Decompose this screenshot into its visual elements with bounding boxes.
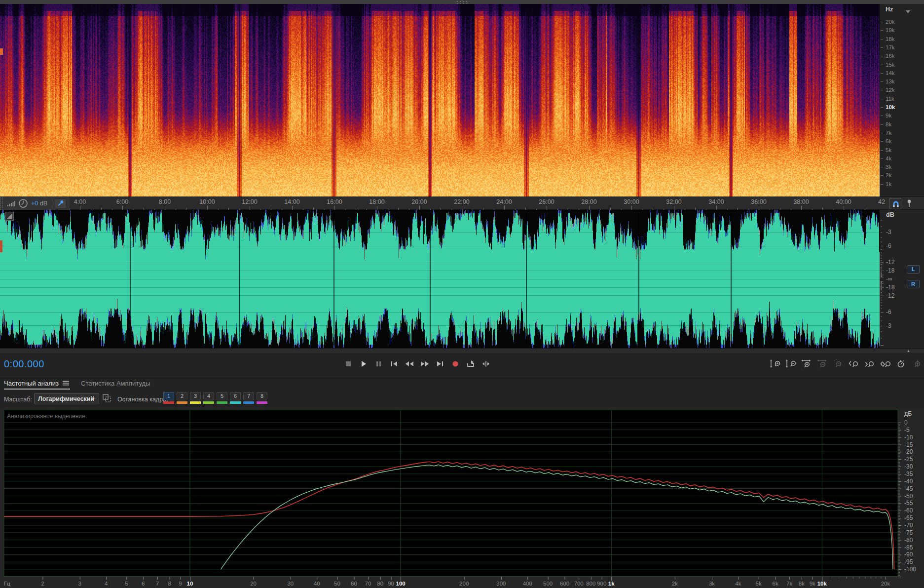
svg-text:6k: 6k	[773, 581, 778, 587]
panel-menu-caret-icon[interactable]	[906, 6, 910, 15]
timeline-label: 30:00	[617, 198, 646, 205]
svg-text:-60: -60	[904, 507, 913, 514]
copy-graph-button[interactable]	[102, 394, 112, 404]
hold-frame-button-3[interactable]: 3	[190, 392, 201, 404]
hz-label: 3k	[886, 164, 891, 170]
svg-text:-3: -3	[886, 322, 891, 329]
frame-color-swatch	[190, 401, 201, 404]
hold-frame-button-8[interactable]: 8	[257, 392, 267, 404]
tab-frequency-analysis[interactable]: Частотный анализ	[4, 376, 70, 390]
playhead-marker[interactable]	[0, 48, 3, 55]
svg-text:-55: -55	[904, 500, 913, 507]
toolbar-grip[interactable]	[0, 197, 3, 210]
zoom-in-selection-end-button[interactable]	[863, 358, 876, 370]
frame-number: 8	[257, 392, 267, 400]
select-all-corner-handle[interactable]	[5, 212, 14, 223]
hz-label: 19k	[886, 27, 895, 33]
svg-text:2k: 2k	[672, 581, 678, 587]
levels-meter-icon[interactable]	[5, 197, 17, 209]
hold-label: Остановка кадра:	[117, 396, 168, 403]
timeline-label: 28:00	[574, 198, 604, 205]
zoom-in-vertical-button[interactable]	[769, 358, 781, 370]
y-axis-title: дБ	[904, 410, 912, 417]
audition-editor-window: Hz 20k19k18k17k16k15k14k13k12k11k10k9k8k…	[0, 0, 924, 588]
hz-tick	[881, 167, 883, 167]
snap-magnet-button[interactable]	[889, 198, 902, 209]
stop-button[interactable]	[342, 358, 355, 370]
zoom-out-horizontal-button[interactable]	[816, 358, 829, 370]
panel-menu-icon[interactable]	[63, 380, 69, 387]
hz-tick	[881, 81, 883, 82]
clock-icon[interactable]	[17, 197, 29, 209]
svg-text:4: 4	[105, 581, 108, 587]
ruler-overlay-toolbar: +0 dB	[0, 197, 70, 210]
tab-amplitude-statistics[interactable]: Статистика Амплитуды	[81, 376, 150, 390]
skip-to-start-button[interactable]	[388, 358, 401, 370]
play-button[interactable]	[357, 358, 370, 370]
pin-playhead-button[interactable]	[55, 198, 67, 209]
svg-text:50: 50	[334, 581, 340, 587]
hold-frame-button-2[interactable]: 2	[177, 392, 187, 404]
hold-frame-button-5[interactable]: 5	[217, 392, 227, 404]
svg-text:-∞: -∞	[886, 275, 892, 282]
timeline-label: 24:00	[489, 198, 519, 205]
zoom-in-selection-start-button[interactable]	[848, 358, 860, 370]
hz-label: 7k	[886, 130, 891, 136]
panel-resize-handle[interactable]	[0, 0, 924, 4]
svg-text:8: 8	[168, 581, 171, 587]
timeline-label: 40:00	[829, 198, 858, 205]
pause-button[interactable]	[372, 358, 385, 370]
channel-badge-l[interactable]: L	[907, 265, 920, 274]
marker-pin-icon[interactable]	[906, 199, 913, 210]
hold-frame-button-6[interactable]: 6	[230, 392, 241, 404]
svg-text:-70: -70	[904, 522, 913, 529]
tab-label: Статистика Амплитуды	[81, 380, 150, 387]
timeline-label: 18:00	[362, 198, 392, 205]
hz-tick	[881, 56, 883, 56]
reset-vertical-zoom-button[interactable]	[911, 358, 924, 370]
timeline-label: 34:00	[702, 198, 731, 205]
scale-select[interactable]: Логарифмический	[34, 393, 99, 404]
hz-tick	[881, 184, 883, 185]
hold-frame-button-4[interactable]: 4	[203, 392, 214, 404]
loop-playback-button[interactable]	[464, 358, 477, 370]
fast-forward-button[interactable]	[418, 358, 431, 370]
hold-frame-button-7[interactable]: 7	[243, 392, 254, 404]
zoom-in-horizontal-button[interactable]	[800, 358, 813, 370]
channel-badge-r[interactable]: R	[907, 280, 920, 288]
svg-text:800: 800	[586, 581, 595, 587]
svg-text:10: 10	[187, 581, 193, 587]
frame-number: 1	[163, 392, 174, 400]
x-axis-title: Гц	[4, 581, 10, 587]
timed-record-button[interactable]	[895, 358, 908, 370]
panel-resize-arrow[interactable]: ▴	[907, 348, 910, 353]
gain-display[interactable]: +0 dB	[31, 200, 47, 207]
svg-text:20k: 20k	[881, 581, 890, 587]
zoom-out-vertical-button[interactable]	[784, 358, 797, 370]
svg-text:2: 2	[41, 581, 44, 587]
svg-text:9k: 9k	[810, 581, 815, 587]
zoom-out-full-button[interactable]	[832, 358, 845, 370]
timeline-label: 16:00	[320, 198, 349, 205]
svg-text:-5: -5	[904, 427, 910, 433]
waveform-display[interactable]	[0, 210, 880, 348]
timeline-label: 14:00	[277, 198, 307, 205]
svg-text:80: 80	[377, 581, 383, 587]
svg-text:-15: -15	[904, 441, 913, 448]
record-button[interactable]	[449, 358, 462, 370]
hold-frame-button-1[interactable]: 1	[163, 392, 174, 404]
timeline-ruler[interactable]: 2:004:006:008:0010:0012:0014:0016:0018:0…	[0, 196, 924, 210]
skip-selection-button[interactable]	[480, 358, 492, 370]
spectrogram-display[interactable]	[0, 4, 880, 196]
zoom-to-selection-button[interactable]	[879, 358, 892, 370]
gain-value: +0	[31, 200, 38, 207]
svg-text:7k: 7k	[786, 581, 792, 587]
rewind-button[interactable]	[403, 358, 416, 370]
svg-text:-85: -85	[904, 544, 913, 551]
skip-to-end-button[interactable]	[434, 358, 446, 370]
frequency-analysis-chart[interactable]: Анализированое выделениедБ0-5-10-15-20-2…	[0, 410, 924, 588]
frame-number: 7	[243, 392, 254, 400]
hz-label: 10k	[886, 104, 895, 110]
timecode-display[interactable]: 0:00.000	[4, 358, 44, 370]
svg-text:-75: -75	[904, 529, 913, 536]
